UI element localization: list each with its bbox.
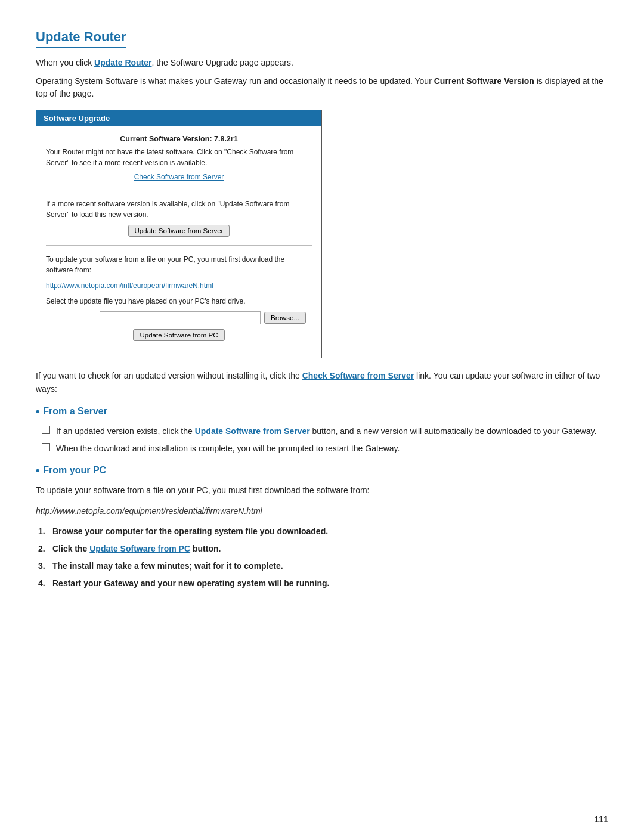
from-pc-section: To update your software from a file on y… xyxy=(36,484,608,497)
section2-text: If a more recent software version is ava… xyxy=(46,199,312,220)
intro-text-2: Operating System Software is what makes … xyxy=(36,76,434,86)
upgrade-section-2: If a more recent software version is ava… xyxy=(46,199,312,246)
file-input-field[interactable] xyxy=(100,311,261,324)
server-bullet-2-text: When the download and installation is co… xyxy=(56,442,400,455)
server-bullet-2: When the download and installation is co… xyxy=(42,442,608,455)
update-software-server-link[interactable]: Update Software from Server xyxy=(195,426,310,436)
numbered-steps: 1. Browse your computer for the operatin… xyxy=(38,525,608,590)
update-from-server-button[interactable]: Update Software from Server xyxy=(128,225,230,237)
firmware-url-pc: http://www.netopia.com/equipment/residen… xyxy=(36,506,608,516)
software-upgrade-box: Software Upgrade Current Software Versio… xyxy=(36,110,322,358)
upgrade-section-1: Current Software Version: 7.8.2r1 Your R… xyxy=(46,135,312,190)
step-1-text: Browse your computer for the operating s… xyxy=(52,525,328,538)
intro-text-1: When you click xyxy=(36,58,94,67)
below-box-text: If you want to check for an updated vers… xyxy=(36,371,302,380)
update-from-pc-button[interactable]: Update Software from PC xyxy=(133,329,224,341)
section1-text: Your Router might not have the latest so… xyxy=(46,147,312,168)
step-4: 4. Restart your Gateway and your new ope… xyxy=(38,577,608,590)
upgrade-box-header: Software Upgrade xyxy=(36,110,321,126)
check-software-server-link[interactable]: Check Software from Server xyxy=(302,371,414,380)
from-server-heading: From a Server xyxy=(36,405,608,418)
from-server-list: If an updated version exists, click the … xyxy=(42,425,608,455)
section3-text1: To update your software from a file on y… xyxy=(46,254,312,275)
below-box-paragraph: If you want to check for an updated vers… xyxy=(36,369,608,396)
bottom-rule xyxy=(36,809,608,809)
check-software-link[interactable]: Check Software from Server xyxy=(134,173,224,181)
step-2: 2. Click the Update Software from PC but… xyxy=(38,543,608,555)
firmware-url-link[interactable]: http://www.netopia.com/intl/european/fir… xyxy=(46,281,213,290)
checkbox-icon-2 xyxy=(42,443,50,451)
server-bullet-1: If an updated version exists, click the … xyxy=(42,425,608,438)
from-pc-heading: From your PC xyxy=(36,465,608,477)
update-from-pc-link[interactable]: Update Software from PC xyxy=(89,544,190,553)
checkbox-icon-1 xyxy=(42,426,50,434)
step-4-text: Restart your Gateway and your new operat… xyxy=(52,577,329,590)
step-2-text: Click the Update Software from PC button… xyxy=(52,543,221,555)
step-3-text: The install may take a few minutes; wait… xyxy=(52,560,283,572)
browse-button[interactable]: Browse... xyxy=(264,312,306,324)
intro-paragraph-1: When you click Update Router, the Softwa… xyxy=(36,57,608,69)
step-3: 3. The install may take a few minutes; w… xyxy=(38,560,608,572)
server-bullet-1-text: If an updated version exists, click the … xyxy=(56,425,596,438)
current-version-label: Current Software Version xyxy=(434,76,534,86)
intro-paragraph-2: Operating System Software is what makes … xyxy=(36,75,608,100)
from-pc-para1: To update your software from a file on y… xyxy=(36,484,608,497)
update-router-link[interactable]: Update Router xyxy=(94,58,151,67)
top-rule xyxy=(36,18,608,18)
upgrade-section-3: To update your software from a file on y… xyxy=(46,254,312,349)
upgrade-box-body: Current Software Version: 7.8.2r1 Your R… xyxy=(36,126,321,358)
page-number: 111 xyxy=(595,815,608,824)
intro-text-rest: , the Software Upgrade page appears. xyxy=(152,58,293,67)
version-title: Current Software Version: 7.8.2r1 xyxy=(46,135,312,143)
file-input-row: Browse... xyxy=(46,311,312,324)
step-1: 1. Browse your computer for the operatin… xyxy=(38,525,608,538)
section3-text2: Select the update file you have placed o… xyxy=(46,296,312,306)
page-title: Update Router xyxy=(36,29,126,48)
